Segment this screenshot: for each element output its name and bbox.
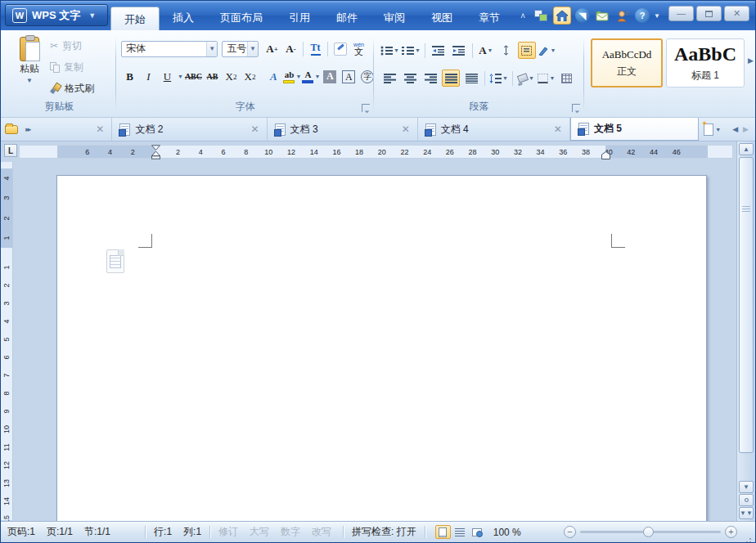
zoom-out-button[interactable]: − bbox=[564, 526, 576, 538]
ribbon-tab[interactable]: 插入 bbox=[160, 6, 207, 30]
switch-window-icon[interactable] bbox=[533, 7, 549, 24]
tab-selector[interactable]: L bbox=[4, 144, 17, 157]
shading-button[interactable]: ▼ bbox=[517, 70, 535, 87]
resize-grip-icon[interactable] bbox=[741, 531, 753, 542]
vertical-scrollbar[interactable]: ▲ ▼ ▼▼ bbox=[736, 141, 755, 521]
status-section[interactable]: 节:1/1 bbox=[84, 525, 110, 539]
character-border-button[interactable]: A bbox=[340, 68, 358, 85]
italic-button[interactable]: I bbox=[140, 68, 157, 85]
chevron-down-icon[interactable]: ▼ bbox=[295, 74, 301, 79]
mail-icon[interactable] bbox=[594, 7, 610, 24]
line-spacing-button[interactable]: ▼ bbox=[489, 70, 508, 87]
docer-compass-icon[interactable]: ◥ bbox=[575, 8, 590, 23]
character-shading-button[interactable]: A bbox=[322, 68, 339, 85]
align-right-button[interactable] bbox=[421, 70, 439, 87]
cut-button[interactable]: ✂ 剪切 bbox=[50, 38, 94, 54]
ribbon-tab[interactable]: 引用 bbox=[276, 6, 323, 30]
chevron-down-icon[interactable]: ▼ bbox=[394, 47, 399, 53]
numbered-list-button[interactable]: ▼ bbox=[402, 42, 421, 59]
assistant-icon[interactable] bbox=[614, 7, 631, 24]
superscript-button[interactable]: X2 bbox=[241, 68, 259, 85]
grid-paper-button[interactable] bbox=[558, 70, 576, 87]
home-icon[interactable] bbox=[553, 7, 571, 25]
help-dropdown-icon[interactable]: ▼ bbox=[654, 12, 660, 20]
chevron-down-icon[interactable]: ▼ bbox=[247, 42, 258, 56]
scroll-down-icon[interactable]: ▼ bbox=[739, 481, 754, 493]
close-button[interactable]: ✕ bbox=[724, 6, 749, 21]
status-toggle[interactable]: 大写 bbox=[250, 525, 269, 539]
borders-button[interactable]: ▼ bbox=[538, 70, 556, 87]
text-effect-button[interactable]: A▼ bbox=[477, 42, 495, 59]
chevron-down-icon[interactable]: ▼ bbox=[206, 42, 217, 56]
distribute-button[interactable] bbox=[462, 70, 480, 87]
status-toggle[interactable]: 改写 bbox=[312, 525, 331, 539]
zoom-level[interactable]: 100 % bbox=[493, 527, 521, 538]
zoom-in-button[interactable]: + bbox=[725, 526, 737, 538]
close-tab-icon[interactable]: ✕ bbox=[402, 124, 410, 134]
edit-pen-icon[interactable] bbox=[331, 40, 349, 57]
document-tab[interactable]: 文档 3 ✕ bbox=[268, 118, 418, 141]
ribbon-tab[interactable]: 审阅 bbox=[371, 6, 418, 30]
double-strikethrough-button[interactable]: AB bbox=[204, 68, 221, 85]
document-page[interactable] bbox=[56, 175, 707, 521]
document-tab-active[interactable]: 文档 5 bbox=[570, 118, 699, 141]
chevron-down-icon[interactable]: ▼ bbox=[549, 75, 555, 81]
outline-view-button[interactable] bbox=[452, 525, 468, 539]
close-tab-icon[interactable]: ✕ bbox=[554, 124, 562, 134]
restore-button[interactable] bbox=[696, 6, 722, 21]
subscript-button[interactable]: X2 bbox=[223, 68, 240, 85]
shrink-font-button[interactable]: A- bbox=[282, 40, 299, 57]
minimize-button[interactable]: — bbox=[668, 6, 694, 21]
chevron-down-icon[interactable]: ▼ bbox=[415, 47, 421, 53]
chevron-down-icon[interactable]: ▼ bbox=[314, 74, 320, 79]
paste-button[interactable]: 粘贴 ▼ bbox=[12, 37, 47, 105]
scroll-up-icon[interactable]: ▲ bbox=[739, 143, 754, 155]
align-center-button[interactable] bbox=[401, 70, 419, 87]
right-indent-marker[interactable] bbox=[601, 151, 610, 159]
justify-button[interactable] bbox=[442, 70, 460, 87]
scrollbar-thumb[interactable] bbox=[739, 157, 754, 453]
underline-button[interactable]: U bbox=[159, 68, 176, 85]
align-left-button[interactable] bbox=[380, 70, 398, 87]
decrease-indent-button[interactable] bbox=[430, 42, 448, 59]
indent-markers[interactable] bbox=[151, 145, 160, 159]
new-document-button[interactable]: ▼ bbox=[699, 118, 726, 141]
status-page-of[interactable]: 页:1/1 bbox=[47, 525, 73, 539]
tab-overflow-icon[interactable]: ▸▸ bbox=[22, 118, 34, 141]
document-tab[interactable]: 文档 2 ✕ bbox=[112, 118, 267, 141]
chevron-down-icon[interactable]: ▼ bbox=[502, 75, 508, 81]
ribbon-tab[interactable]: 页面布局 bbox=[207, 6, 276, 30]
style-normal[interactable]: AaBbCcDd 正文 bbox=[591, 38, 663, 88]
format-painter-button[interactable]: 格式刷 bbox=[50, 80, 94, 96]
chevron-down-icon[interactable]: ▼ bbox=[178, 74, 183, 79]
close-tab-icon[interactable]: ✕ bbox=[251, 124, 259, 134]
chevron-down-icon[interactable]: ▼ bbox=[488, 47, 493, 53]
page-view-button[interactable] bbox=[435, 525, 451, 539]
next-page-icon[interactable]: ▼▼ bbox=[739, 507, 754, 519]
app-menu-button[interactable]: W WPS 文字 ▼ bbox=[5, 4, 108, 26]
status-spellcheck[interactable]: 拼写检查: 打开 bbox=[352, 525, 416, 539]
highlight-color-button[interactable]: ab▼ bbox=[284, 68, 301, 85]
show-marks-button[interactable] bbox=[497, 42, 515, 59]
document-tab[interactable]: ✕ bbox=[34, 118, 113, 141]
paragraph-layout-button[interactable] bbox=[518, 42, 536, 59]
open-file-button[interactable] bbox=[1, 118, 22, 141]
chevron-down-icon[interactable]: ▼ bbox=[550, 47, 556, 53]
font-dialog-launcher-icon[interactable] bbox=[362, 104, 370, 112]
grow-font-button[interactable]: A+ bbox=[263, 40, 281, 57]
zoom-slider[interactable] bbox=[580, 531, 721, 533]
document-tab[interactable]: 文档 4 ✕ bbox=[418, 118, 570, 141]
help-icon[interactable]: ? bbox=[635, 8, 650, 23]
ribbon-tab[interactable]: 开始 bbox=[110, 7, 160, 30]
collapse-ribbon-icon[interactable]: ˄ bbox=[517, 7, 529, 24]
increase-indent-button[interactable] bbox=[450, 42, 468, 59]
chevron-down-icon[interactable]: ▼ bbox=[26, 77, 33, 84]
close-tab-icon[interactable]: ✕ bbox=[96, 124, 104, 134]
status-line[interactable]: 行:1 bbox=[154, 525, 172, 539]
status-page-number[interactable]: 页码:1 bbox=[7, 525, 35, 539]
bullet-list-button[interactable]: ▼ bbox=[380, 42, 399, 59]
ribbon-tab[interactable]: 章节 bbox=[466, 6, 513, 30]
ribbon-tab[interactable]: 视图 bbox=[418, 6, 466, 30]
change-case-button[interactable]: Tt bbox=[307, 40, 324, 57]
font-size-select[interactable]: 五号▼ bbox=[222, 41, 259, 57]
